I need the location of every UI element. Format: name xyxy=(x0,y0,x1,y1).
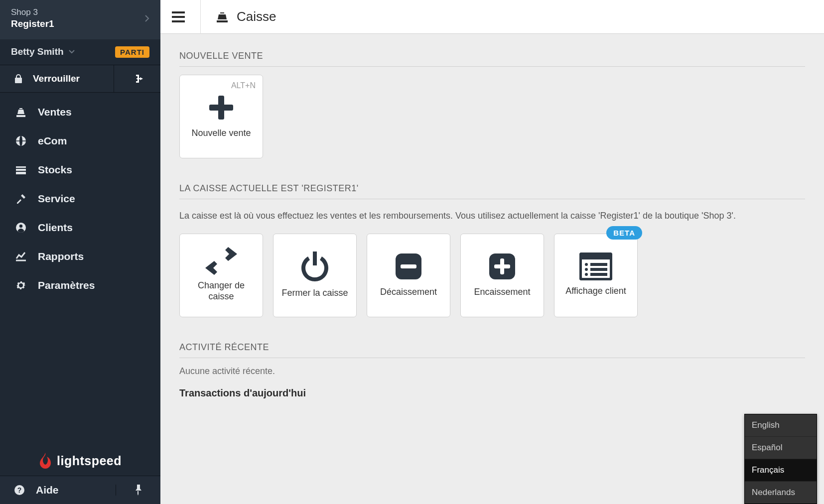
language-menu: English Español Français Nederlands xyxy=(744,414,817,504)
svg-point-21 xyxy=(585,273,588,276)
beta-badge: BETA xyxy=(606,226,642,240)
pin-icon xyxy=(135,485,142,496)
section-recent-activity: ACTIVITÉ RÉCENTE Aucune activité récente… xyxy=(179,342,805,399)
minus-icon xyxy=(394,252,423,281)
svg-rect-3 xyxy=(16,172,26,174)
page-title-text: Caisse xyxy=(237,9,276,24)
section-current-register: LA CAISSE ACTUELLE EST 'REGISTER1' La ca… xyxy=(179,183,805,317)
nav-service[interactable]: Service xyxy=(0,184,160,213)
brand-name: lightspeed xyxy=(57,454,122,468)
globe-icon xyxy=(15,135,27,146)
recent-empty-text: Aucune activité récente. xyxy=(179,366,805,377)
nav-label: Service xyxy=(38,193,75,205)
shop-register-switcher[interactable]: Shop 3 Register1 xyxy=(0,0,160,39)
swap-icon xyxy=(205,247,237,275)
change-register-card[interactable]: Changer de caisse xyxy=(179,234,263,317)
shop-name: Shop 3 xyxy=(11,7,54,18)
page-title: Caisse xyxy=(216,9,276,24)
menu-toggle-button[interactable] xyxy=(171,11,185,22)
nav-label: Rapports xyxy=(38,251,84,262)
keyboard-shortcut: ALT+N xyxy=(231,81,256,90)
register-icon xyxy=(216,11,229,23)
nav-clients[interactable]: Clients xyxy=(0,213,160,242)
section-heading: ACTIVITÉ RÉCENTE xyxy=(179,342,805,358)
svg-rect-18 xyxy=(590,263,607,266)
logout-button[interactable] xyxy=(114,65,160,92)
lang-option-english[interactable]: English xyxy=(745,414,817,436)
flame-icon xyxy=(39,453,52,469)
boxes-icon xyxy=(15,165,27,175)
chart-icon xyxy=(15,252,27,261)
brand: lightspeed xyxy=(0,440,160,476)
card-label: Nouvelle vente xyxy=(191,127,251,139)
list-icon xyxy=(579,252,612,280)
nav-label: Stocks xyxy=(38,164,72,176)
chevron-right-icon xyxy=(144,14,149,22)
section-heading: LA CAISSE ACTUELLE EST 'REGISTER1' xyxy=(179,183,805,199)
lang-option-francais[interactable]: Français xyxy=(745,459,817,481)
svg-rect-11 xyxy=(401,264,416,268)
svg-rect-1 xyxy=(16,166,26,168)
lock-label: Verrouiller xyxy=(33,73,80,84)
pin-sidebar-button[interactable] xyxy=(116,485,160,496)
lang-option-nederlands[interactable]: Nederlands xyxy=(745,481,817,504)
svg-point-17 xyxy=(585,263,588,266)
plus-square-icon xyxy=(487,252,517,281)
lock-button[interactable]: Verrouiller xyxy=(0,65,114,92)
hammer-icon xyxy=(15,193,27,204)
help-label: Aide xyxy=(36,484,59,496)
svg-rect-22 xyxy=(590,273,607,276)
main: Caisse NOUVELLE VENTE ALT+N Nouvelle ven… xyxy=(160,0,824,504)
nav-label: Paramètres xyxy=(38,279,95,291)
divider xyxy=(200,0,201,34)
new-sale-card[interactable]: ALT+N Nouvelle vente xyxy=(179,75,263,158)
nav-stocks[interactable]: Stocks xyxy=(0,155,160,184)
card-label: Affichage client xyxy=(565,285,626,297)
payin-card[interactable]: Encaissement xyxy=(460,234,544,317)
card-label: Changer de caisse xyxy=(185,280,258,302)
nav-ventes[interactable]: Ventes xyxy=(0,98,160,126)
chevron-down-icon xyxy=(69,50,75,54)
power-icon xyxy=(300,251,330,282)
plus-icon xyxy=(206,93,236,123)
payout-card[interactable]: Décaissement xyxy=(367,234,450,317)
svg-rect-14 xyxy=(500,258,504,274)
lang-option-espanol[interactable]: Español xyxy=(745,436,817,459)
register-name: Register1 xyxy=(11,18,54,30)
primary-nav: Ventes eCom Stocks Service Clients xyxy=(0,93,160,440)
user-icon xyxy=(15,222,27,233)
card-label: Décaissement xyxy=(380,286,437,298)
svg-text:?: ? xyxy=(17,486,22,494)
logout-icon xyxy=(132,74,143,84)
nav-parametres[interactable]: Paramètres xyxy=(0,271,160,300)
card-label: Encaissement xyxy=(474,286,530,298)
svg-point-5 xyxy=(19,225,22,228)
user-name: Betty Smith xyxy=(11,46,64,57)
content: NOUVELLE VENTE ALT+N Nouvelle vente LA C… xyxy=(160,34,824,504)
status-badge: PARTI xyxy=(115,46,149,58)
card-label: Fermer la caisse xyxy=(281,287,348,299)
help-icon: ? xyxy=(14,485,25,496)
gear-icon xyxy=(15,280,27,291)
lock-icon xyxy=(14,74,23,84)
nav-rapports[interactable]: Rapports xyxy=(0,242,160,271)
nav-label: Clients xyxy=(38,222,73,234)
today-transactions-heading: Transactions d'aujourd'hui xyxy=(179,387,805,399)
svg-rect-20 xyxy=(590,268,607,271)
help-button[interactable]: ? Aide xyxy=(0,476,116,504)
sidebar: Shop 3 Register1 Betty Smith PARTI Verro… xyxy=(0,0,160,504)
section-new-sale: NOUVELLE VENTE ALT+N Nouvelle vente xyxy=(179,51,805,158)
nav-label: eCom xyxy=(38,135,67,147)
svg-rect-16 xyxy=(580,253,611,259)
section-heading: NOUVELLE VENTE xyxy=(179,51,805,67)
close-register-card[interactable]: Fermer la caisse xyxy=(273,234,357,317)
register-icon xyxy=(15,107,27,118)
svg-point-19 xyxy=(585,268,588,271)
nav-label: Ventes xyxy=(38,106,72,118)
customer-display-card[interactable]: BETA Affichage client xyxy=(554,234,638,317)
user-menu[interactable]: Betty Smith PARTI xyxy=(0,39,160,65)
section-description: La caisse est là où vous effectuez les v… xyxy=(179,209,805,223)
svg-rect-2 xyxy=(16,169,26,171)
svg-rect-9 xyxy=(209,105,233,111)
nav-ecom[interactable]: eCom xyxy=(0,126,160,155)
